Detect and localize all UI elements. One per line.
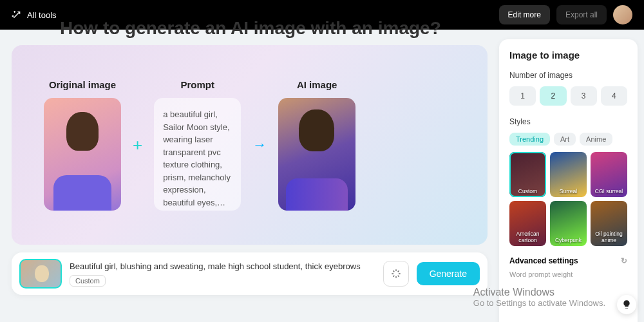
ai-label: AI image [297, 79, 337, 90]
top-right-group: Edit more Export all [499, 5, 632, 24]
style-cgi-surreal[interactable]: CGI surreal [591, 152, 627, 197]
style-cyberpunk[interactable]: Cyberpunk [550, 201, 587, 246]
style-surreal[interactable]: Surreal [550, 152, 587, 197]
tab-anime[interactable]: Anime [580, 133, 612, 146]
prompt-label: Prompt [180, 79, 214, 90]
sparkle-icon [391, 269, 401, 279]
input-thumbnail[interactable] [19, 259, 62, 289]
sidebar-title: Image to image [509, 50, 627, 61]
advanced-settings-toggle[interactable]: Advanced settings [509, 256, 578, 265]
arrow-right-icon: → [252, 137, 267, 153]
weight-label: Word prompt weight [509, 270, 627, 278]
page-title: How to generate an AI image with an imag… [60, 18, 488, 39]
ai-image [278, 98, 355, 211]
edit-more-button[interactable]: Edit more [499, 5, 550, 24]
help-button[interactable] [617, 295, 636, 314]
number-row: 1 2 3 4 [509, 86, 627, 106]
demo-card: Original image + Prompt a beautiful girl… [12, 45, 488, 245]
export-all-button[interactable]: Export all [556, 5, 607, 24]
number-option-4[interactable]: 4 [601, 86, 627, 106]
lightbulb-icon [621, 299, 632, 310]
styles-label: Styles [509, 117, 627, 126]
original-label: Original image [49, 79, 116, 90]
all-tools-button[interactable]: All tools [12, 10, 57, 20]
input-row: Beautiful girl, blushing and sweating, m… [12, 252, 488, 295]
prompt-text: a beautiful girl, Sailor Moon style, wea… [154, 98, 241, 211]
magic-wand-icon [12, 10, 22, 20]
enhance-button[interactable] [383, 261, 409, 287]
reset-icon[interactable]: ↻ [621, 256, 627, 265]
number-option-3[interactable]: 3 [571, 86, 597, 106]
number-option-1[interactable]: 1 [509, 86, 536, 106]
style-american-cartoon[interactable]: American cartoon [509, 201, 546, 246]
avatar[interactable] [613, 5, 632, 24]
tab-trending[interactable]: Trending [509, 133, 550, 146]
original-image [44, 98, 121, 211]
style-custom[interactable]: Custom [509, 152, 546, 197]
sidebar-panel: Image to image Number of images 1 2 3 4 … [499, 39, 638, 322]
style-oil-painting-anime[interactable]: Oil painting anime [591, 201, 627, 246]
tab-art[interactable]: Art [554, 133, 576, 146]
style-chip[interactable]: Custom [70, 275, 106, 287]
style-grid: Custom Surreal CGI surreal American cart… [509, 152, 627, 246]
style-tabs: Trending Art Anime [509, 133, 627, 146]
plus-icon: + [133, 135, 142, 155]
prompt-input[interactable]: Beautiful girl, blushing and sweating, m… [70, 261, 375, 272]
number-option-2[interactable]: 2 [540, 86, 566, 106]
number-label: Number of images [509, 71, 627, 80]
generate-button[interactable]: Generate [417, 262, 480, 285]
all-tools-label: All tools [27, 10, 57, 20]
windows-watermark: Activate Windows Go to Settings to activ… [473, 287, 605, 308]
